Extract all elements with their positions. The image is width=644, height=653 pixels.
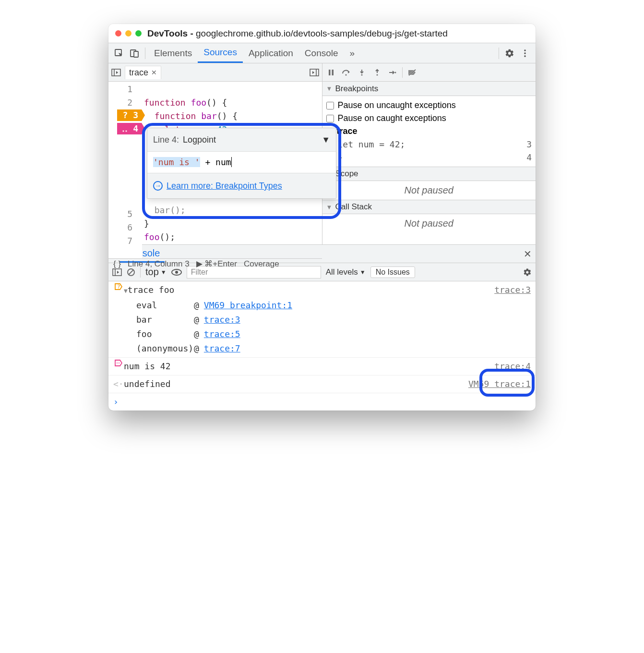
info-icon: →	[153, 181, 163, 191]
step-out-icon[interactable]	[371, 67, 383, 78]
breakpoint-type-select[interactable]: Logpoint ▼	[183, 133, 330, 146]
window-controls	[115, 30, 142, 36]
more-tabs-button[interactable]: »	[344, 43, 361, 63]
code-editor[interactable]: 1 2 ? 3 ‥ 4 5 6 7 function foo() { funct…	[108, 82, 322, 258]
source-link[interactable]: trace:3	[204, 313, 240, 327]
source-link[interactable]: trace:5	[204, 327, 240, 341]
console-settings-gear-icon[interactable]	[523, 268, 532, 277]
console-return-row[interactable]: <· undefined VM59 trace:1	[108, 375, 536, 393]
svg-point-29	[119, 363, 119, 363]
svg-line-24	[129, 270, 133, 275]
scope-not-paused: Not paused	[322, 181, 536, 200]
pause-uncaught-checkbox[interactable]: Pause on uncaught exceptions	[326, 99, 532, 112]
gutter[interactable]: 1 2 ? 3 ‥ 4 5 6 7	[108, 82, 142, 258]
stack-frame[interactable]: foo@ trace:5	[136, 327, 494, 341]
scope-section-header[interactable]: ▼Scope	[322, 167, 536, 181]
log-levels-selector[interactable]: All levels▼	[326, 267, 366, 277]
chevron-down-icon: ▼	[161, 269, 167, 276]
minimize-window-button[interactable]	[125, 30, 131, 36]
pause-icon[interactable]	[325, 67, 337, 78]
file-tab-trace[interactable]: trace ✕	[125, 66, 161, 79]
window-title: DevTools - googlechrome.github.io/devtoo…	[147, 28, 448, 39]
editor-pane: 1 2 ? 3 ‥ 4 5 6 7 function foo() { funct…	[108, 82, 322, 244]
run-snippet-button[interactable]: ▶ ⌘+Enter	[196, 259, 237, 269]
logpoint-line-label: Line 4:	[153, 133, 179, 146]
title-bar: DevTools - googlechrome.github.io/devtoo…	[108, 24, 536, 43]
prompt-icon: ›	[113, 395, 124, 409]
tab-elements[interactable]: Elements	[148, 43, 198, 63]
step-icon[interactable]	[387, 67, 398, 78]
svg-point-26	[175, 271, 178, 274]
tab-console[interactable]: Console	[299, 43, 344, 63]
annotation-highlight	[479, 369, 535, 397]
devtools-window: DevTools - googlechrome.github.io/devtoo…	[108, 24, 536, 411]
console-trace-row[interactable]: ? ▼trace foo eval@ VM69 breakpoint:1 bar…	[108, 281, 536, 358]
close-drawer-icon[interactable]: ✕	[524, 248, 532, 260]
svg-point-4	[524, 52, 526, 54]
debugger-sidebar: ▼Breakpoints Pause on uncaught exception…	[322, 82, 536, 244]
svg-point-14	[376, 74, 378, 75]
line-number[interactable]: 2	[108, 96, 132, 109]
breakpoint-item[interactable]: ✓ } 4	[326, 151, 532, 164]
console-output: ? ▼trace foo eval@ VM69 breakpoint:1 bar…	[108, 281, 536, 411]
return-icon: <·	[113, 377, 124, 391]
message-source-link[interactable]: trace:3	[494, 283, 531, 297]
console-prompt[interactable]: ›	[108, 393, 536, 411]
line-number[interactable]: 6	[108, 221, 132, 234]
step-into-icon[interactable]	[356, 67, 368, 78]
source-link[interactable]: trace:7	[204, 341, 240, 356]
console-logpoint-row[interactable]: num is 42 trace:4	[108, 358, 536, 375]
close-tab-icon[interactable]: ✕	[151, 69, 157, 76]
stack-frame[interactable]: (anonymous)@ trace:7	[136, 341, 494, 356]
conditional-bp-icon: ?	[113, 283, 124, 290]
issues-button[interactable]: No Issues	[370, 266, 415, 278]
stack-frame[interactable]: eval@ VM69 breakpoint:1	[136, 298, 494, 313]
step-over-icon[interactable]	[341, 67, 352, 78]
file-tab-label: trace	[129, 68, 148, 78]
pause-caught-checkbox[interactable]: Pause on caught exceptions	[326, 112, 532, 125]
breakpoints-section-header[interactable]: ▼Breakpoints	[322, 82, 536, 96]
deactivate-breakpoints-icon[interactable]	[406, 67, 418, 78]
svg-rect-10	[329, 70, 331, 75]
device-toolbar-icon[interactable]	[127, 46, 142, 61]
svg-rect-2	[134, 51, 138, 57]
stack-frame[interactable]: bar@ trace:3	[136, 313, 494, 327]
line-number[interactable]: 7	[108, 234, 132, 248]
live-expression-icon[interactable]	[171, 269, 182, 276]
clear-console-icon[interactable]	[127, 268, 135, 277]
cursor-position: Line 4, Column 3	[128, 259, 190, 269]
main-split: 1 2 ? 3 ‥ 4 5 6 7 function foo() { funct…	[108, 82, 536, 245]
svg-rect-11	[332, 70, 334, 75]
breakpoint-item[interactable]: ✓ let num = 42; 3	[326, 138, 532, 151]
svg-point-3	[524, 49, 526, 51]
line-number[interactable]: 1	[108, 83, 132, 96]
panel-tabs: Elements Sources Application Console »	[108, 43, 536, 63]
svg-point-5	[524, 55, 526, 57]
learn-more-link[interactable]: Learn more: Breakpoint Types	[167, 179, 282, 193]
debugger-toggle-icon[interactable]	[310, 69, 319, 76]
logpoint-editor-popup: Line 4: Logpoint ▼ 'num is ' + num​ → Le…	[147, 128, 336, 199]
console-sidebar-toggle-icon[interactable]	[112, 268, 122, 276]
navigator-toggle-icon[interactable]	[111, 69, 121, 76]
tab-sources[interactable]: Sources	[198, 43, 243, 63]
callstack-section-header[interactable]: ▼Call Stack	[322, 200, 536, 214]
breakpoint-group[interactable]: trace	[326, 125, 532, 138]
svg-point-13	[361, 74, 362, 75]
source-link[interactable]: VM69 breakpoint:1	[204, 298, 292, 313]
sources-toolbar: trace ✕	[108, 63, 536, 82]
line-number[interactable]: 5	[108, 207, 132, 221]
breakpoint-marker-logpoint[interactable]: ‥ 4	[117, 123, 145, 134]
tab-application[interactable]: Application	[243, 43, 299, 63]
settings-gear-icon[interactable]	[502, 46, 517, 61]
svg-point-28	[117, 363, 118, 363]
coverage-button[interactable]: Coverage	[244, 259, 279, 269]
close-window-button[interactable]	[115, 30, 121, 36]
pretty-print-button[interactable]: { }	[113, 259, 121, 269]
kebab-menu-icon[interactable]	[517, 46, 533, 61]
maximize-window-button[interactable]	[135, 30, 142, 36]
logpoint-expression-input[interactable]: 'num is ' + num​	[147, 152, 336, 173]
callstack-not-paused: Not paused	[322, 214, 536, 233]
svg-point-12	[345, 74, 346, 75]
breakpoint-marker-conditional[interactable]: ? 3	[117, 109, 145, 121]
inspect-element-icon[interactable]	[111, 46, 127, 61]
